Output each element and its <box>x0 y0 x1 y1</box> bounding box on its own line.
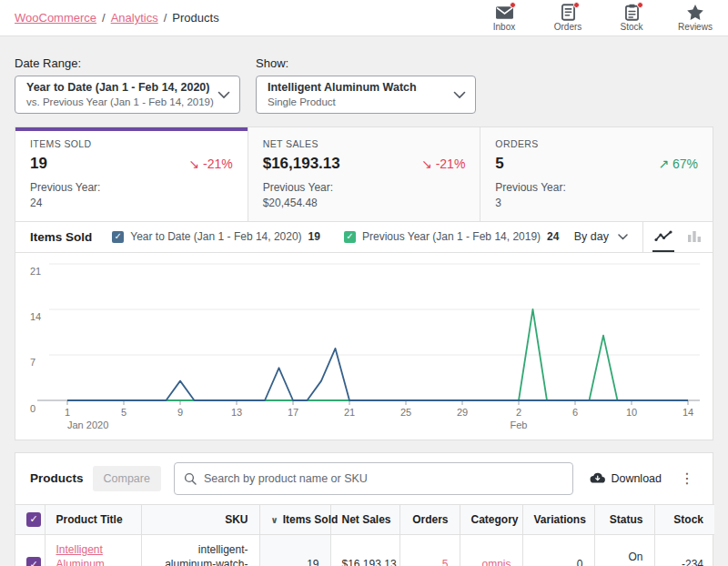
column-header-stock[interactable]: Stock <box>654 504 714 534</box>
legend-label: Previous Year (Jan 1 - Feb 14, 2019) <box>362 230 541 243</box>
download-cloud-icon <box>590 472 605 484</box>
svg-text:Jan 2020: Jan 2020 <box>67 419 108 430</box>
legend-checkbox[interactable]: ✓ <box>112 231 124 243</box>
card-delta: ↗ 67% <box>658 157 698 171</box>
legend-item-0[interactable]: ✓Year to Date (Jan 1 - Feb 14, 2020)19 <box>112 230 320 243</box>
activity-button-stock[interactable]: Stock <box>612 4 652 32</box>
category-link[interactable]: omnis <box>481 558 511 566</box>
activity-button-reviews[interactable]: Reviews <box>675 4 715 32</box>
items-sold-chart[interactable]: 0714211591317212529261014Jan 2020Feb <box>15 253 713 440</box>
table-row: ✓Intelligent Aluminum Watchintelligent-a… <box>15 534 714 566</box>
row-checkbox[interactable]: ✓ <box>26 557 41 566</box>
cell-variations: 0 <box>522 534 594 566</box>
svg-text:Feb: Feb <box>511 419 528 430</box>
bar-chart-toggle[interactable] <box>685 222 703 252</box>
product-filter-type: Single Product <box>268 96 417 108</box>
column-header-items_sold[interactable]: ∨Items Sold <box>259 504 330 534</box>
card-previous-period: Previous Year:3 <box>495 180 698 212</box>
orders-link[interactable]: 5 <box>442 558 449 566</box>
card-previous-period: Previous Year:24 <box>30 180 233 212</box>
column-header-variations[interactable]: Variations <box>522 504 594 534</box>
svg-text:5: 5 <box>121 407 126 418</box>
table-header-row: ✓Product TitleSKU∨Items SoldNet SalesOrd… <box>15 504 714 534</box>
column-header-orders[interactable]: Orders <box>399 504 460 534</box>
product-filter-select[interactable]: Intelligent Aluminum Watch Single Produc… <box>256 76 476 114</box>
products-table: ✓Product TitleSKU∨Items SoldNet SalesOrd… <box>15 504 714 566</box>
compare-button[interactable]: Compare <box>93 466 161 491</box>
chevron-down-icon <box>453 88 466 102</box>
summary-card-items-sold[interactable]: Items Sold19↘ -21%Previous Year:24 <box>15 127 248 221</box>
product-search[interactable] <box>174 462 573 495</box>
card-value: $16,193.13 <box>263 155 340 173</box>
svg-text:21: 21 <box>30 266 41 277</box>
svg-text:17: 17 <box>288 407 298 418</box>
download-label: Download <box>611 472 662 485</box>
breadcrumb: WooCommerce / Analytics / Products <box>15 11 219 25</box>
chevron-down-icon <box>618 234 628 240</box>
svg-text:13: 13 <box>231 407 242 418</box>
svg-text:7: 7 <box>30 357 35 368</box>
cell-orders: 5 <box>399 534 460 566</box>
search-input[interactable] <box>204 472 563 485</box>
card-previous-period: Previous Year:$20,454.48 <box>263 180 466 212</box>
product-filter-value: Intelligent Aluminum Watch <box>268 81 417 96</box>
sort-descending-icon: ∨ <box>271 515 278 525</box>
line-chart-icon <box>654 230 672 242</box>
activity-label: Reviews <box>678 22 713 32</box>
column-header-product_title[interactable]: Product Title <box>45 504 141 534</box>
unread-badge <box>573 2 580 8</box>
cell-items_sold: 19 <box>259 534 330 566</box>
svg-text:21: 21 <box>344 407 355 418</box>
breadcrumb-woocommerce[interactable]: WooCommerce <box>15 11 96 25</box>
summary-card-orders[interactable]: Orders5↗ 67%Previous Year:3 <box>480 127 713 221</box>
column-header-sku[interactable]: SKU <box>141 504 259 534</box>
row-select-cell: ✓ <box>15 534 45 566</box>
select-all-cell: ✓ <box>15 504 45 534</box>
product_title-link[interactable]: Intelligent Aluminum Watch <box>56 543 105 566</box>
card-value: 5 <box>495 155 503 173</box>
card-label: Items Sold <box>30 138 233 149</box>
date-range-value: Year to Date (Jan 1 - Feb 14, 2020) <box>26 81 214 96</box>
legend-checkbox[interactable]: ✓ <box>344 231 356 243</box>
svg-text:1: 1 <box>65 407 70 418</box>
activity-button-inbox[interactable]: Inbox <box>484 4 524 32</box>
cell-net_sales: $16,193.13 <box>330 534 399 566</box>
report-filters: Date Range: Year to Date (Jan 1 - Feb 14… <box>0 36 728 126</box>
table-body: ✓Intelligent Aluminum Watchintelligent-a… <box>15 534 714 566</box>
card-value: 19 <box>30 155 47 173</box>
column-header-status[interactable]: Status <box>594 504 654 534</box>
chart-panel: Items Sold ✓Year to Date (Jan 1 - Feb 14… <box>15 222 713 440</box>
download-button[interactable]: Download <box>586 472 665 485</box>
column-header-category[interactable]: Category <box>460 504 522 534</box>
svg-text:0: 0 <box>30 403 35 414</box>
more-options-icon[interactable]: ⋮ <box>674 471 700 486</box>
chart-title: Items Sold <box>30 230 92 244</box>
card-label: Orders <box>495 138 698 149</box>
activity-label: Inbox <box>493 22 515 32</box>
line-chart-toggle[interactable] <box>652 222 674 252</box>
products-panel: Products Compare Download ⋮ ✓Product Tit… <box>15 452 713 566</box>
svg-text:14: 14 <box>682 407 693 418</box>
date-range-select[interactable]: Year to Date (Jan 1 - Feb 14, 2020) vs. … <box>15 76 240 114</box>
activity-label: Orders <box>554 22 582 32</box>
chevron-down-icon <box>217 88 230 102</box>
cell-stock: -234 <box>654 534 714 566</box>
column-header-net_sales[interactable]: Net Sales <box>330 504 399 534</box>
svg-text:29: 29 <box>457 407 468 418</box>
select-all-checkbox[interactable]: ✓ <box>26 512 41 527</box>
interval-value: By day <box>574 230 609 243</box>
card-delta: ↘ -21% <box>188 157 232 171</box>
products-table-title: Products <box>30 471 84 485</box>
cell-category: omnis <box>460 534 522 566</box>
legend-total: 24 <box>547 230 559 243</box>
breadcrumb-separator: / <box>164 11 167 25</box>
summary-card-net-sales[interactable]: Net Sales$16,193.13↘ -21%Previous Year:$… <box>248 127 480 221</box>
unread-badge <box>510 2 516 8</box>
breadcrumb-analytics[interactable]: Analytics <box>111 11 158 25</box>
legend-label: Year to Date (Jan 1 - Feb 14, 2020) <box>130 230 301 243</box>
activity-button-orders[interactable]: Orders <box>548 4 588 32</box>
legend-item-1[interactable]: ✓Previous Year (Jan 1 - Feb 14, 2019)24 <box>344 230 559 243</box>
legend-total: 19 <box>308 230 320 243</box>
activity-panel: InboxOrdersStockReviews <box>484 4 715 32</box>
interval-select[interactable]: By day <box>560 230 642 243</box>
